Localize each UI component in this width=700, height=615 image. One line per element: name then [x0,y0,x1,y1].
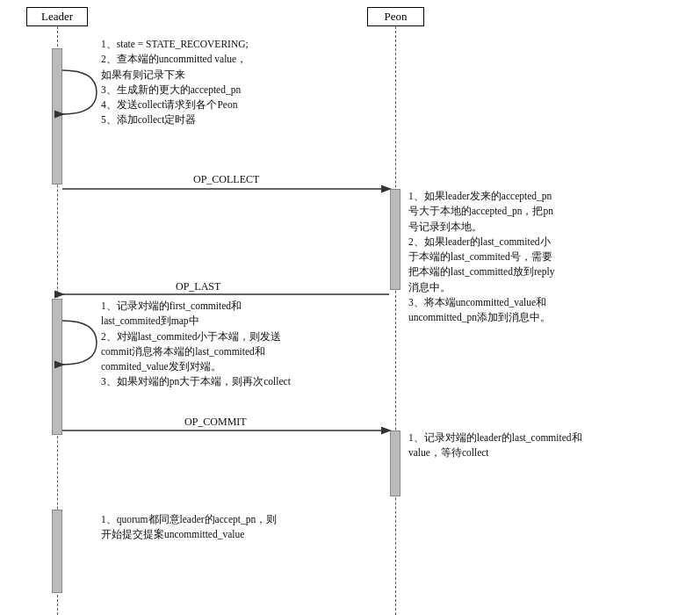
sequence-diagram: Leader Peon [0,0,700,615]
peon-note-1: 1、如果leader发来的accepted_pn 号大于本地的accepted_… [408,189,681,325]
op-collect-label: OP_COLLECT [193,173,259,186]
leader-note-3: 1、quorum都同意leader的accept_pn，则 开始提交提案unco… [101,512,373,543]
op-commit-label: OP_COMMIT [184,416,247,429]
peon-note-2: 1、记录对端的leader的last_commited和 value，等待col… [408,430,681,461]
leader-note-2: 1、记录对端的first_commited和 last_commited到map… [101,299,373,390]
leader-note-1: 1、state = STATE_RECOVERING; 2、查本端的uncomm… [101,37,356,128]
op-last-label: OP_LAST [176,280,220,293]
